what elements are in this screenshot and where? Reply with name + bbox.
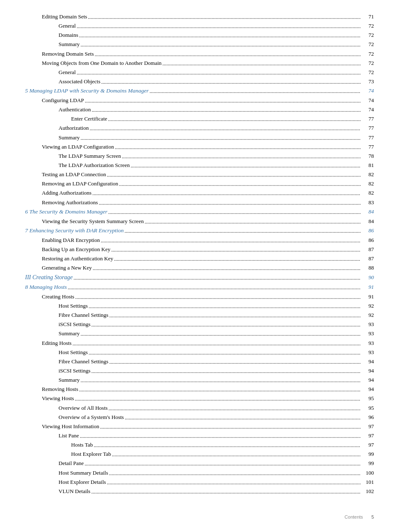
toc-entry: Removing Domain Sets72	[25, 50, 374, 58]
toc-entry: VLUN Details102	[25, 487, 374, 496]
toc-dots	[94, 441, 361, 450]
toc-entry-label: Authentication	[59, 105, 91, 114]
toc-entry-label: 8 Managing Hosts	[25, 283, 67, 292]
toc-dots	[80, 432, 361, 440]
toc-entry: Host Settings93	[25, 348, 374, 357]
toc-dots	[75, 293, 361, 301]
footer-page: 5	[371, 514, 374, 519]
toc-entry-page: 86	[361, 236, 374, 244]
toc-dots	[74, 274, 361, 282]
toc-dots	[92, 189, 361, 198]
toc-entry-label: Summary	[59, 134, 80, 142]
toc-entry-label: iSCSI Settings	[59, 367, 90, 375]
toc-entry-label: Removing Authorizations	[42, 198, 98, 207]
toc-entry-label: VLUN Details	[59, 487, 90, 496]
toc-entry-label: Editing Hosts	[42, 339, 72, 347]
toc-entry-page: 94	[361, 376, 374, 384]
toc-dots	[92, 264, 361, 272]
toc-entry-page: 97	[361, 441, 374, 449]
toc-entry: Fibre Channel Settings92	[25, 311, 374, 319]
toc-entry-page: 77	[361, 115, 374, 123]
toc-dots	[112, 450, 361, 459]
toc-entry-page: 77	[361, 124, 374, 132]
toc-entry-label: III Creating Storage	[25, 273, 73, 282]
toc-entry-label: The LDAP Summary Screen	[59, 152, 121, 160]
toc-dots	[115, 143, 361, 152]
toc-entry-label: iSCSI Settings	[59, 320, 90, 329]
toc-entry-page: 72	[361, 59, 374, 67]
toc-dots	[125, 414, 361, 422]
toc-dots	[89, 302, 361, 311]
toc-entry-label: Fibre Channel Settings	[59, 357, 108, 366]
toc-entry-label: Viewing Host Information	[42, 422, 99, 431]
toc-entry-label: Enter Certificate	[71, 115, 107, 123]
toc-entry-label: Testing an LDAP Connection	[42, 170, 106, 179]
toc-entry: Detail Pane99	[25, 459, 374, 468]
toc-dots	[114, 255, 361, 263]
toc-entry: Enabling DAR Encryption86	[25, 236, 374, 244]
toc-entry-page: 97	[361, 422, 374, 431]
toc-entry-page: 86	[361, 226, 374, 235]
toc-entry-label: Authorization	[59, 124, 89, 132]
toc-dots	[122, 152, 361, 161]
toc-entry-label: Host Settings	[59, 302, 88, 310]
toc-dots	[89, 349, 361, 357]
toc-entry-label: Host Settings	[59, 348, 88, 357]
toc-entry-label: Associated Objects	[59, 77, 100, 86]
toc-entry: General72	[25, 68, 374, 77]
toc-entry-page: 82	[361, 170, 374, 179]
toc-dots	[92, 106, 361, 114]
toc-entry: Editing Domain Sets71	[25, 13, 374, 21]
toc-entry-page: 72	[361, 68, 374, 77]
toc-dots	[162, 59, 361, 68]
toc-entry: Generating a New Key88	[25, 264, 374, 272]
toc-entry-label: Hosts Tab	[71, 441, 93, 449]
toc-entry-label: Generating a New Key	[42, 264, 92, 272]
toc-entry: Authentication74	[25, 105, 374, 114]
toc-entry: Removing Hosts94	[25, 385, 374, 393]
toc-entry-label: General	[59, 22, 76, 30]
toc-dots	[68, 283, 361, 292]
toc-entry: Overview of a System's Hosts96	[25, 413, 374, 421]
toc-entry-label: The LDAP Authorization Screen	[59, 161, 130, 170]
toc-entry-page: 91	[361, 293, 374, 301]
toc-entry: Restoring an Authentication Key87	[25, 254, 374, 263]
toc-entry-label: Host Explorer Tab	[71, 450, 111, 458]
toc-entry-page: 72	[361, 22, 374, 30]
toc-entry-label: Backing Up an Encryption Key	[42, 245, 110, 254]
toc-dots	[84, 460, 361, 468]
toc-entry-label: Restoring an Authentication Key	[42, 254, 113, 263]
toc-entry-page: 83	[361, 198, 374, 207]
toc-dots	[91, 321, 361, 329]
toc-entry-page: 84	[361, 208, 374, 216]
toc-entry-label: Host Summary Details	[59, 469, 108, 477]
toc-dots	[91, 488, 361, 496]
toc-entry-page: 93	[361, 339, 374, 347]
toc-dots	[88, 13, 361, 21]
toc-entry: 5 Managing LDAP with Security & Domains …	[25, 87, 374, 95]
toc-entry-label: Moving Objects from One Domain to Anothe…	[42, 59, 161, 67]
toc-dots	[81, 330, 361, 338]
toc-entry: List Pane97	[25, 432, 374, 440]
toc-entry: Host Settings92	[25, 302, 374, 310]
toc-entry-label: Viewing an LDAP Configuration	[42, 143, 114, 151]
toc-dots	[108, 208, 361, 216]
toc-entry-label: Configuring LDAP	[42, 96, 84, 105]
toc-entry-label: Summary	[59, 376, 80, 384]
toc-entry-page: 95	[361, 404, 374, 412]
toc-entry-page: 72	[361, 31, 374, 39]
toc-dots	[107, 171, 361, 179]
toc-entry: Host Summary Details100	[25, 469, 374, 477]
toc-entry-label: Adding Authorizations	[42, 189, 92, 197]
toc-entry-label: Overview of All Hosts	[59, 404, 107, 412]
toc-entry: Moving Objects from One Domain to Anothe…	[25, 59, 374, 67]
toc: Editing Domain Sets71General72Domains72S…	[25, 13, 374, 496]
toc-entry: Removing Authorizations83	[25, 198, 374, 207]
toc-dots	[79, 386, 361, 394]
toc-entry-page: 91	[361, 283, 374, 291]
toc-entry-page: 78	[361, 152, 374, 160]
toc-dots	[109, 358, 361, 366]
toc-entry-label: 5 Managing LDAP with Security & Domains …	[25, 87, 149, 95]
toc-entry: Associated Objects73	[25, 77, 374, 86]
toc-entry-label: Editing Domain Sets	[42, 13, 87, 21]
